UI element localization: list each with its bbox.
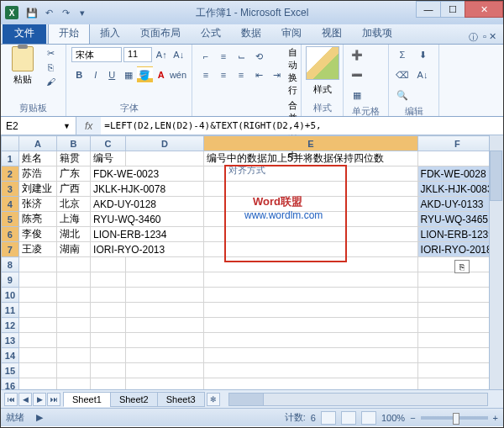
qat-undo-icon[interactable]: ↶ xyxy=(41,5,56,20)
tab-view[interactable]: 视图 xyxy=(312,23,352,44)
col-E[interactable]: E xyxy=(204,136,418,151)
cell[interactable] xyxy=(204,288,418,303)
cell[interactable]: 湖南 xyxy=(56,242,90,257)
cell[interactable] xyxy=(18,363,56,378)
cell[interactable] xyxy=(91,288,126,303)
cell[interactable]: 陈亮 xyxy=(18,212,56,227)
cell[interactable] xyxy=(18,318,56,333)
indent-inc-icon[interactable]: ⇥ xyxy=(268,66,285,83)
cell[interactable]: 编号中的数据加上5并将数据保持四位数 xyxy=(204,151,418,166)
insert-cells-icon[interactable]: ➕ xyxy=(349,46,365,63)
chevron-down-icon[interactable]: ▼ xyxy=(63,122,71,130)
cell[interactable] xyxy=(126,363,204,378)
row-14[interactable]: 14 xyxy=(2,348,19,363)
row-2[interactable]: 2 xyxy=(2,166,19,182)
cell[interactable]: 李俊 xyxy=(18,227,56,242)
cell[interactable] xyxy=(56,272,90,288)
border-button[interactable]: ▦ xyxy=(121,66,137,83)
row-3[interactable]: 3 xyxy=(2,182,19,197)
cell[interactable] xyxy=(204,272,418,288)
cell[interactable] xyxy=(417,288,496,303)
align-mid-icon[interactable]: ≡ xyxy=(215,48,232,65)
qat-save-icon[interactable]: 💾 xyxy=(24,5,39,20)
cell[interactable] xyxy=(204,212,418,227)
ribbon-help-icon[interactable]: ⓘ xyxy=(469,31,478,44)
cell[interactable] xyxy=(91,363,126,378)
cell[interactable]: 姓名 xyxy=(18,151,56,166)
row-15[interactable]: 15 xyxy=(2,363,19,378)
tab-formulas[interactable]: 公式 xyxy=(191,23,231,44)
indent-dec-icon[interactable]: ⇤ xyxy=(250,66,267,83)
sort-filter-icon[interactable]: A↓ xyxy=(414,66,431,83)
formula-input[interactable]: =LEFT(D2,LEN(D2)-4)&TEXT(RIGHT(D2,4)+5, xyxy=(101,117,503,135)
align-left-icon[interactable]: ≡ xyxy=(197,66,214,83)
cell[interactable] xyxy=(91,348,126,363)
copy-icon[interactable]: ⎘ xyxy=(43,61,58,74)
grow-font-icon[interactable]: A↑ xyxy=(154,46,170,63)
name-box[interactable]: E2 ▼ xyxy=(1,117,76,135)
tab-insert[interactable]: 插入 xyxy=(90,23,130,44)
cell[interactable]: JKLK-HJK-0078 xyxy=(91,182,204,197)
align-bot-icon[interactable]: ⌙ xyxy=(233,48,249,65)
cell[interactable] xyxy=(126,257,204,272)
cell[interactable] xyxy=(417,348,496,363)
cell[interactable] xyxy=(204,348,418,363)
cell[interactable] xyxy=(56,303,90,318)
cell[interactable] xyxy=(91,257,126,272)
cell[interactable] xyxy=(417,333,496,348)
cell[interactable]: 湖北 xyxy=(56,227,90,242)
cell[interactable]: 刘建业 xyxy=(18,182,56,197)
fx-icon[interactable]: fx xyxy=(81,120,96,132)
row-4[interactable]: 4 xyxy=(2,197,19,212)
col-A[interactable]: A xyxy=(18,136,56,151)
cell[interactable]: 广西 xyxy=(56,182,90,197)
spreadsheet-grid[interactable]: A B C D E F 1 姓名 籍贯 编号 编号中的数据加上5并将数据保持四位… xyxy=(1,135,503,389)
autofill-options-icon[interactable]: ⎘ xyxy=(454,260,470,273)
row-7[interactable]: 7 xyxy=(2,242,19,257)
cell[interactable]: 苏浩 xyxy=(18,166,56,182)
cell[interactable] xyxy=(204,378,418,390)
cell[interactable] xyxy=(18,303,56,318)
cell[interactable] xyxy=(126,333,204,348)
sheet-nav-first[interactable]: ⏮ xyxy=(4,393,18,406)
cell[interactable] xyxy=(18,378,56,390)
tab-review[interactable]: 审阅 xyxy=(271,23,312,44)
cell[interactable]: 王凌 xyxy=(18,242,56,257)
view-break-icon[interactable] xyxy=(361,411,376,425)
paste-button[interactable]: 粘贴 xyxy=(6,46,39,86)
cell[interactable]: JKLK-HJK-0083 xyxy=(417,182,496,197)
row-16[interactable]: 16 xyxy=(2,378,19,390)
cell[interactable]: LION-ERB-1239 xyxy=(417,227,496,242)
tab-file[interactable]: 文件 xyxy=(3,23,46,44)
cell[interactable]: 张济 xyxy=(18,197,56,212)
tab-home[interactable]: 开始 xyxy=(48,22,90,44)
zoom-in-icon[interactable]: + xyxy=(493,413,498,423)
format-cells-icon[interactable]: ▦ xyxy=(349,87,365,103)
cell[interactable] xyxy=(204,257,418,272)
cell[interactable]: LION-ERB-1234 xyxy=(91,227,204,242)
sheet-tab-2[interactable]: Sheet2 xyxy=(110,392,158,407)
sheet-tab-3[interactable]: Sheet3 xyxy=(157,392,205,407)
maximize-button[interactable]: ☐ xyxy=(440,1,465,18)
row-1[interactable]: 1 xyxy=(2,151,19,166)
cell[interactable] xyxy=(18,333,56,348)
align-center-icon[interactable]: ≡ xyxy=(215,66,232,83)
col-D[interactable]: D xyxy=(126,136,204,151)
cell[interactable] xyxy=(126,318,204,333)
vertical-scrollbar[interactable] xyxy=(489,135,503,389)
row-5[interactable]: 5 xyxy=(2,212,19,227)
cell[interactable] xyxy=(204,197,418,212)
cell[interactable] xyxy=(56,288,90,303)
zoom-slider[interactable] xyxy=(421,416,488,420)
cell[interactable] xyxy=(126,272,204,288)
view-normal-icon[interactable] xyxy=(321,411,336,425)
cell-styles-button[interactable] xyxy=(306,46,339,80)
cell[interactable]: 上海 xyxy=(56,212,90,227)
fill-icon[interactable]: ⬇ xyxy=(414,46,431,63)
sheet-nav-last[interactable]: ⏭ xyxy=(47,393,60,406)
cell[interactable]: AKD-UY-0133 xyxy=(417,197,496,212)
row-6[interactable]: 6 xyxy=(2,227,19,242)
cell[interactable]: FDK-WE-0023 xyxy=(91,166,204,182)
wrap-text-button[interactable]: 自动换行 xyxy=(288,46,297,97)
cell[interactable]: 编号 xyxy=(91,151,126,166)
